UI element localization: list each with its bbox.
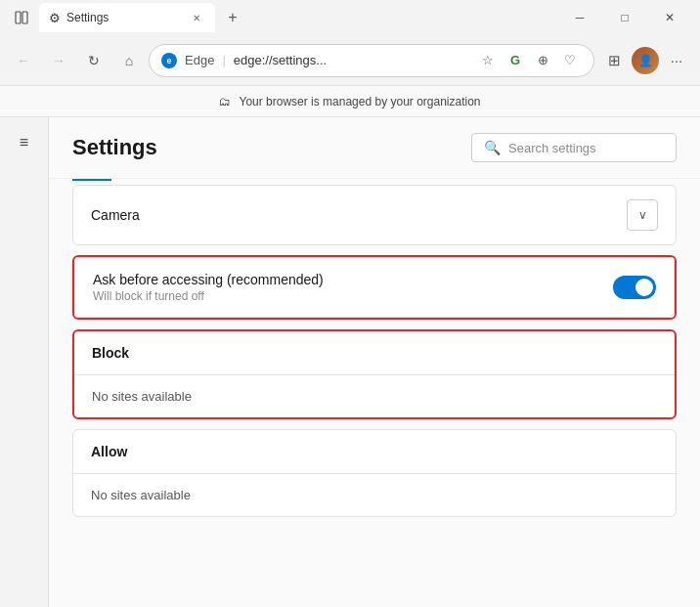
- camera-card-header[interactable]: Camera ∨: [73, 186, 676, 244]
- svg-rect-1: [22, 12, 27, 23]
- more-menu-button[interactable]: ···: [661, 45, 692, 76]
- toggle-track: [613, 276, 656, 299]
- titlebar-controls: ─ □ ✕: [557, 0, 692, 35]
- profile-avatar[interactable]: 👤: [632, 47, 659, 74]
- block-card: Block No sites available: [72, 329, 677, 419]
- address-action-icons: ☆ G ⊕ ♡: [476, 49, 582, 72]
- close-button[interactable]: ✕: [647, 0, 692, 35]
- toggle-thumb: [635, 279, 653, 296]
- sidebar: ≡: [0, 117, 49, 607]
- back-button[interactable]: ←: [8, 45, 39, 76]
- toggle-label: Ask before accessing (recommended): [93, 272, 324, 287]
- chevron-down-icon: ∨: [638, 208, 647, 222]
- settings-content: Settings 🔍 Search settings Camera ∨: [49, 117, 700, 607]
- hamburger-icon: ≡: [20, 134, 28, 152]
- tab-settings-icon: ⚙: [49, 11, 61, 25]
- toggle-switch[interactable]: [613, 276, 656, 299]
- refresh-icon: ↻: [88, 53, 100, 68]
- forward-icon: →: [52, 53, 66, 68]
- allow-header: Allow: [73, 430, 676, 474]
- titlebar: ⚙ Settings ✕ + ─ □ ✕: [0, 0, 700, 35]
- extensions-icon[interactable]: ⊕: [531, 49, 554, 72]
- toggle-info: Ask before accessing (recommended) Will …: [93, 272, 324, 303]
- copilot-icon[interactable]: G: [503, 49, 527, 72]
- ask-before-accessing-card: Ask before accessing (recommended) Will …: [72, 255, 677, 320]
- address-text: edge://settings...: [234, 53, 468, 67]
- settings-header: Settings 🔍 Search settings: [49, 117, 700, 179]
- managed-banner: 🗂 Your browser is managed by your organi…: [0, 86, 700, 117]
- block-body: No sites available: [74, 375, 675, 417]
- tab-close-button[interactable]: ✕: [188, 9, 205, 26]
- addressbar: ← → ↻ ⌂ e Edge | edge://settings... ☆ G …: [0, 35, 700, 86]
- tab-sidebar-toggle[interactable]: [8, 3, 35, 32]
- allow-body: No sites available: [73, 474, 676, 516]
- active-tab[interactable]: ⚙ Settings ✕: [39, 3, 215, 32]
- refresh-button[interactable]: ↻: [78, 45, 109, 76]
- tab-settings-label: Settings: [66, 11, 109, 24]
- collections-icon[interactable]: ⊞: [598, 45, 630, 76]
- search-box[interactable]: 🔍 Search settings: [471, 133, 677, 162]
- toggle-row: Ask before accessing (recommended) Will …: [93, 272, 656, 303]
- toggle-sublabel: Will block if turned off: [93, 289, 324, 303]
- home-icon: ⌂: [125, 53, 133, 68]
- camera-label: Camera: [91, 207, 627, 223]
- address-divider: |: [222, 53, 225, 67]
- address-bar-input[interactable]: e Edge | edge://settings... ☆ G ⊕ ♡: [149, 44, 594, 77]
- toggle-row-container: Ask before accessing (recommended) Will …: [74, 257, 675, 318]
- managed-text: Your browser is managed by your organiza…: [239, 95, 480, 108]
- main-container: ≡ Settings 🔍 Search settings Camera ∨: [0, 117, 700, 607]
- search-placeholder: Search settings: [508, 141, 596, 155]
- settings-body: Camera ∨ Ask before accessing (recommend…: [49, 173, 700, 529]
- edge-logo-icon: e: [161, 53, 177, 68]
- titlebar-left: ⚙ Settings ✕ +: [8, 3, 246, 32]
- page-title: Settings: [72, 135, 459, 160]
- sidebar-menu-button[interactable]: ≡: [7, 125, 42, 160]
- forward-button[interactable]: →: [43, 45, 74, 76]
- edge-label: Edge: [185, 53, 214, 67]
- allow-card: Allow No sites available: [72, 429, 677, 517]
- camera-chevron-button[interactable]: ∨: [627, 199, 658, 231]
- favorites-icon[interactable]: ♡: [558, 49, 582, 72]
- camera-card: Camera ∨: [72, 185, 677, 245]
- search-icon: 🔍: [484, 140, 501, 155]
- block-header: Block: [74, 331, 675, 375]
- back-icon: ←: [17, 53, 30, 68]
- maximize-button[interactable]: □: [602, 0, 647, 35]
- toolbar-icons: ⊞ 👤 ···: [598, 45, 692, 76]
- star-icon[interactable]: ☆: [476, 49, 500, 72]
- managed-icon: 🗂: [219, 95, 231, 108]
- home-button[interactable]: ⌂: [113, 45, 145, 76]
- minimize-button[interactable]: ─: [557, 0, 602, 35]
- svg-rect-0: [16, 12, 21, 23]
- new-tab-button[interactable]: +: [219, 4, 246, 31]
